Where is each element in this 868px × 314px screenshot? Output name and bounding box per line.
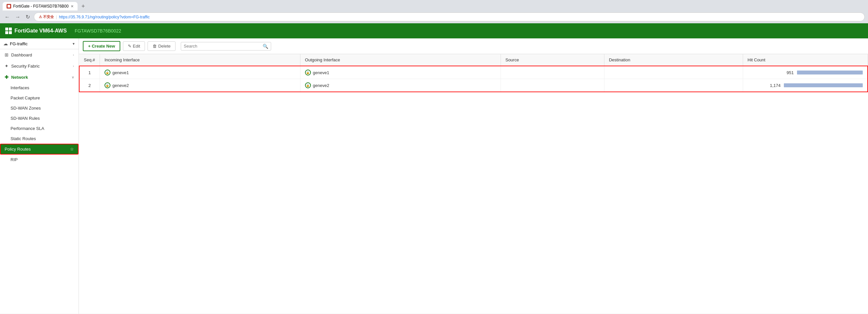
edit-icon: ✎	[128, 44, 131, 48]
header-row: Seq.# Incoming Interface Outgoing Interf…	[79, 54, 868, 66]
interface-icon: 🔒	[104, 70, 111, 75]
reload-button[interactable]: ↻	[24, 13, 31, 21]
table-row[interactable]: 1🔒geneve1🔒geneve1951	[79, 66, 868, 79]
security-warning: ⚠ 不安全	[39, 14, 54, 20]
cell-incoming: 🔒geneve1	[100, 66, 300, 79]
sidebar-label-policy-routes: Policy Routes	[5, 147, 31, 151]
security-fabric-icon: ✦	[5, 63, 8, 69]
vdom-name: FG-traffic	[10, 41, 70, 46]
vdom-selector[interactable]: ☁ FG-traffic ▼	[0, 38, 79, 49]
interface-icon: 🔒	[305, 82, 311, 88]
sidebar-item-sdwan-rules[interactable]: SD-WAN Rules	[0, 113, 79, 124]
active-tab[interactable]: FortiGate - FGTAWSD7B76B00 ✕	[3, 2, 78, 10]
search-input[interactable]	[184, 44, 262, 48]
outgoing-interface-name: geneve2	[313, 83, 329, 88]
sidebar-item-policy-routes[interactable]: Policy Routes ☆	[0, 144, 79, 154]
search-button[interactable]: 🔍	[262, 44, 268, 49]
sidebar-item-packet-capture[interactable]: Packet Capture	[0, 93, 79, 103]
sidebar-item-sdwan-zones[interactable]: SD-WAN Zones	[0, 103, 79, 113]
cell-outgoing: 🔒geneve2	[300, 79, 501, 92]
sidebar-item-performance-sla[interactable]: Performance SLA	[0, 124, 79, 134]
sidebar-label-network: Network	[11, 75, 28, 80]
dashboard-icon: ⊞	[5, 52, 8, 58]
policy-routes-star[interactable]: ☆	[70, 147, 74, 151]
tab-favicon	[7, 4, 11, 8]
address-bar[interactable]: ⚠ 不安全 | https://35.76.9.71/ng/routing/po…	[34, 12, 865, 21]
sidebar-label-rip: RIP	[10, 157, 18, 162]
table-container: Seq.# Incoming Interface Outgoing Interf…	[79, 54, 868, 314]
sidebar-label-performance-sla: Performance SLA	[10, 126, 44, 131]
network-icon: ✚	[5, 74, 8, 80]
back-button[interactable]: ←	[3, 13, 11, 21]
interface-icon: 🔒	[104, 82, 111, 88]
interface-icon: 🔒	[305, 70, 311, 75]
col-source: Source	[501, 54, 604, 66]
sidebar: ☁ FG-traffic ▼ ⊞ Dashboard › ✦ Security …	[0, 38, 79, 314]
hit-count-bar	[784, 83, 863, 87]
sidebar-label-sdwan-zones: SD-WAN Zones	[10, 106, 41, 111]
cell-destination	[604, 79, 743, 92]
address-bar-row: ← → ↻ ⚠ 不安全 | https://35.76.9.71/ng/rout…	[0, 10, 868, 23]
device-id: FGTAWSD7B76B0022	[74, 28, 121, 33]
cell-source	[501, 66, 604, 79]
create-new-label: + Create New	[88, 44, 115, 48]
incoming-interface-name: geneve2	[113, 83, 129, 88]
main-layout: ☁ FG-traffic ▼ ⊞ Dashboard › ✦ Security …	[0, 38, 868, 314]
toolbar: + Create New ✎ Edit 🗑 Delete 🔍	[79, 38, 868, 54]
cell-hit-count: 1,174	[743, 79, 868, 92]
cloud-icon: ☁	[3, 41, 8, 46]
cell-hit-count: 951	[743, 66, 868, 79]
edit-button[interactable]: ✎ Edit	[123, 41, 145, 51]
sidebar-label-sdwan-rules: SD-WAN Rules	[10, 116, 40, 121]
sidebar-item-rip[interactable]: RIP	[0, 154, 79, 165]
sidebar-label-security-fabric: Security Fabric	[11, 64, 40, 69]
forward-button[interactable]: →	[14, 13, 22, 21]
sidebar-item-interfaces[interactable]: Interfaces	[0, 83, 79, 93]
cell-destination	[604, 66, 743, 79]
sidebar-item-static-routes[interactable]: Static Routes	[0, 134, 79, 144]
new-tab-button[interactable]: +	[79, 3, 88, 10]
table-row[interactable]: 2🔒geneve2🔒geneve21,174	[79, 79, 868, 92]
edit-label: Edit	[133, 44, 140, 48]
col-outgoing: Outgoing Interface	[300, 54, 501, 66]
tab-title: FortiGate - FGTAWSD7B76B00	[13, 4, 69, 8]
hit-count-bar	[797, 71, 863, 74]
hit-count-value: 951	[777, 70, 794, 75]
outgoing-interface-name: geneve1	[313, 70, 329, 75]
sidebar-item-network[interactable]: ✚ Network ∨	[0, 72, 79, 83]
security-fabric-arrow: ›	[73, 64, 74, 68]
col-hit-count: Hit Count	[743, 54, 868, 66]
delete-button[interactable]: 🗑 Delete	[148, 41, 176, 51]
sidebar-label-dashboard: Dashboard	[11, 53, 32, 58]
browser-chrome: FortiGate - FGTAWSD7B76B00 ✕ + ← → ↻ ⚠ 不…	[0, 0, 868, 23]
sidebar-label-static-routes: Static Routes	[10, 136, 36, 141]
tab-close-button[interactable]: ✕	[71, 4, 73, 8]
cell-seq: 2	[79, 79, 100, 92]
cell-seq: 1	[79, 66, 100, 79]
cell-incoming: 🔒geneve2	[100, 79, 300, 92]
table-body: 1🔒geneve1🔒geneve19512🔒geneve2🔒geneve21,1…	[79, 66, 868, 92]
sidebar-label-packet-capture: Packet Capture	[10, 96, 40, 100]
dashboard-arrow: ›	[73, 53, 74, 57]
content-area: + Create New ✎ Edit 🗑 Delete 🔍	[79, 38, 868, 314]
table-header: Seq.# Incoming Interface Outgoing Interf…	[79, 54, 868, 66]
delete-icon: 🗑	[153, 44, 157, 48]
vdom-dropdown-arrow: ▼	[72, 42, 75, 46]
search-box[interactable]: 🔍	[181, 42, 271, 50]
network-arrow: ∨	[72, 75, 74, 79]
address-separator: |	[56, 15, 57, 20]
sidebar-item-dashboard[interactable]: ⊞ Dashboard ›	[0, 49, 79, 60]
header-logo: FortiGate VM64-AWS	[5, 28, 67, 34]
col-incoming: Incoming Interface	[100, 54, 300, 66]
cell-source	[501, 79, 604, 92]
delete-label: Delete	[158, 44, 170, 48]
policy-routes-table: Seq.# Incoming Interface Outgoing Interf…	[79, 54, 868, 92]
app-container: FortiGate VM64-AWS FGTAWSD7B76B0022 ☁ FG…	[0, 23, 868, 314]
col-destination: Destination	[604, 54, 743, 66]
app-name: FortiGate VM64-AWS	[14, 28, 67, 34]
incoming-interface-name: geneve1	[113, 70, 129, 75]
fortigate-logo	[5, 28, 12, 34]
create-new-button[interactable]: + Create New	[83, 41, 120, 51]
sidebar-item-security-fabric[interactable]: ✦ Security Fabric ›	[0, 60, 79, 72]
col-seq: Seq.#	[79, 54, 100, 66]
